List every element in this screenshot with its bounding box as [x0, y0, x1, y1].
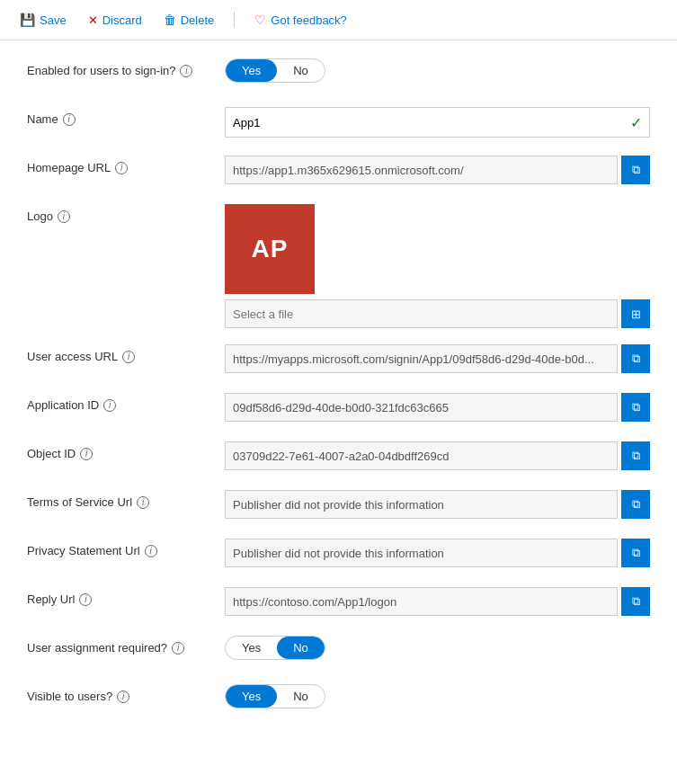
reply-url-row: Reply Url i ⧉: [27, 587, 650, 619]
terms-url-input[interactable]: [225, 490, 618, 519]
terms-url-row: Terms of Service Url i ⧉: [27, 490, 650, 522]
delete-button[interactable]: 🗑 Delete: [162, 9, 217, 31]
reply-url-info-icon[interactable]: i: [79, 593, 92, 606]
name-check-icon: ✓: [630, 114, 649, 131]
form-content: Enabled for users to sign-in? i Yes No N…: [0, 40, 677, 760]
name-info-icon[interactable]: i: [63, 113, 76, 126]
object-id-control: ⧉: [225, 441, 650, 470]
terms-url-info-icon[interactable]: i: [137, 496, 149, 509]
user-assignment-info-icon[interactable]: i: [172, 642, 184, 655]
visible-users-info-icon[interactable]: i: [117, 690, 129, 703]
copy-icon-6: ⧉: [632, 546, 640, 560]
discard-label: Discard: [102, 13, 142, 27]
folder-icon: ⊞: [631, 307, 641, 321]
application-id-label: Application ID i: [27, 393, 225, 412]
visible-users-label: Visible to users? i: [27, 684, 225, 703]
logo-section: AP ⊞: [225, 204, 650, 328]
reply-url-control: ⧉: [225, 587, 650, 616]
file-input[interactable]: [225, 299, 618, 328]
enabled-signin-row: Enabled for users to sign-in? i Yes No: [27, 58, 650, 91]
save-button[interactable]: 💾 Save: [18, 9, 68, 31]
enabled-signin-no-btn[interactable]: No: [277, 59, 325, 82]
user-assignment-toggle: Yes No: [225, 636, 325, 660]
logo-label: Logo i: [27, 204, 225, 223]
privacy-url-control: ⧉: [225, 539, 650, 567]
object-id-input[interactable]: [225, 441, 618, 470]
enabled-signin-label: Enabled for users to sign-in? i: [27, 58, 225, 77]
terms-url-label: Terms of Service Url i: [27, 490, 225, 509]
application-id-control: ⧉: [225, 393, 650, 422]
user-assignment-yes-btn[interactable]: Yes: [226, 637, 277, 659]
save-icon: 💾: [20, 13, 35, 27]
user-access-url-row: User access URL i ⧉: [27, 344, 650, 377]
feedback-label: Got feedback?: [271, 13, 347, 27]
visible-users-toggle: Yes No: [225, 684, 325, 708]
application-id-copy-btn[interactable]: ⧉: [621, 393, 650, 422]
save-label: Save: [40, 13, 67, 27]
application-id-input[interactable]: [225, 393, 618, 422]
copy-icon-7: ⧉: [632, 594, 640, 609]
feedback-icon: ♡: [254, 13, 266, 27]
reply-url-copy-btn[interactable]: ⧉: [621, 587, 650, 616]
application-id-info-icon[interactable]: i: [103, 399, 116, 412]
object-id-label: Object ID i: [27, 441, 225, 460]
name-input[interactable]: [226, 108, 630, 137]
user-assignment-label: User assignment required? i: [27, 636, 225, 655]
user-access-url-info-icon[interactable]: i: [122, 351, 135, 363]
user-access-url-copy-btn[interactable]: ⧉: [621, 344, 650, 373]
privacy-url-info-icon[interactable]: i: [145, 545, 157, 557]
visible-users-no-btn[interactable]: No: [277, 685, 325, 708]
user-assignment-control: Yes No: [225, 636, 650, 660]
enabled-signin-yes-btn[interactable]: Yes: [226, 59, 277, 82]
user-access-url-control: ⧉: [225, 344, 650, 373]
copy-icon: ⧉: [632, 163, 640, 177]
terms-url-control: ⧉: [225, 490, 650, 519]
homepage-url-copy-btn[interactable]: ⧉: [621, 156, 650, 184]
name-control: ✓: [225, 107, 650, 138]
delete-icon: 🗑: [164, 13, 176, 27]
name-label: Name i: [27, 107, 225, 126]
discard-button[interactable]: ✕ Discard: [86, 10, 144, 31]
enabled-signin-control: Yes No: [225, 58, 650, 83]
homepage-url-control: ⧉: [225, 156, 650, 184]
file-select-btn[interactable]: ⊞: [621, 299, 650, 328]
visible-users-row: Visible to users? i Yes No: [27, 684, 650, 717]
user-assignment-no-btn[interactable]: No: [277, 637, 325, 659]
application-id-row: Application ID i ⧉: [27, 393, 650, 425]
enabled-signin-info-icon[interactable]: i: [180, 65, 192, 77]
toolbar-separator: [234, 12, 235, 28]
object-id-copy-btn[interactable]: ⧉: [621, 441, 650, 470]
logo-row: Logo i AP ⊞: [27, 204, 650, 328]
homepage-url-row: Homepage URL i ⧉: [27, 156, 650, 188]
object-id-info-icon[interactable]: i: [80, 448, 93, 460]
copy-icon-4: ⧉: [632, 449, 640, 463]
reply-url-label: Reply Url i: [27, 587, 225, 606]
enabled-signin-toggle: Yes No: [225, 58, 325, 83]
delete-label: Delete: [181, 13, 215, 27]
toolbar: 💾 Save ✕ Discard 🗑 Delete ♡ Got feedback…: [0, 0, 677, 40]
visible-users-control: Yes No: [225, 684, 650, 708]
terms-url-copy-btn[interactable]: ⧉: [621, 490, 650, 519]
privacy-url-label: Privacy Statement Url i: [27, 539, 225, 557]
privacy-url-copy-btn[interactable]: ⧉: [621, 539, 650, 567]
file-select-row: ⊞: [225, 299, 650, 328]
logo-preview: AP: [225, 204, 315, 294]
copy-icon-3: ⧉: [632, 400, 640, 414]
name-row: Name i ✓: [27, 107, 650, 139]
user-access-url-input[interactable]: [225, 344, 618, 373]
object-id-row: Object ID i ⧉: [27, 441, 650, 474]
privacy-url-row: Privacy Statement Url i ⧉: [27, 539, 650, 571]
privacy-url-input[interactable]: [225, 539, 618, 567]
logo-info-icon[interactable]: i: [58, 210, 70, 223]
homepage-url-input[interactable]: [225, 156, 618, 184]
reply-url-input[interactable]: [225, 587, 618, 616]
feedback-button[interactable]: ♡ Got feedback?: [253, 9, 349, 31]
name-input-wrap: ✓: [225, 107, 650, 138]
homepage-url-label: Homepage URL i: [27, 156, 225, 174]
user-access-url-label: User access URL i: [27, 344, 225, 363]
user-assignment-row: User assignment required? i Yes No: [27, 636, 650, 668]
visible-users-yes-btn[interactable]: Yes: [226, 685, 277, 708]
homepage-url-info-icon[interactable]: i: [115, 162, 128, 174]
copy-icon-5: ⧉: [632, 497, 640, 512]
copy-icon-2: ⧉: [632, 352, 640, 366]
